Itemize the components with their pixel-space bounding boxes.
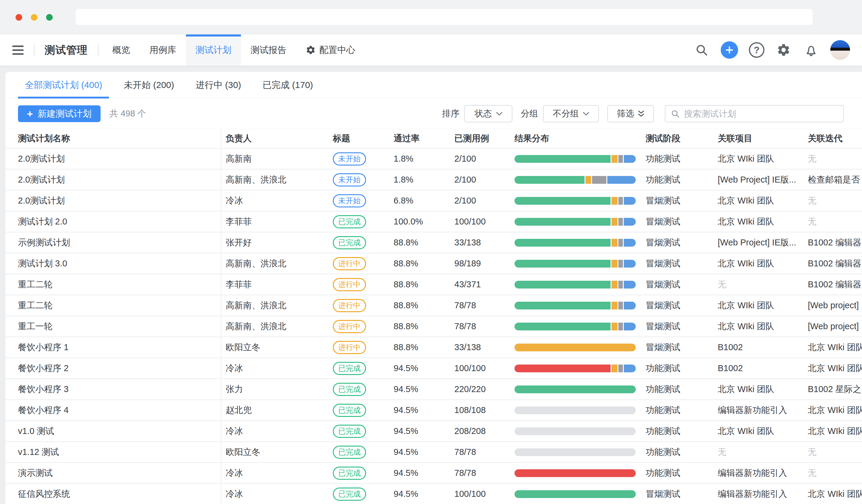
toolbar: + 新建测试计划 共 498 个 排序 状态 分组 不分组 筛选	[5, 99, 862, 129]
filter-button[interactable]: 筛选	[607, 105, 654, 122]
result-distribution-bar	[514, 281, 636, 289]
help-icon[interactable]: ?	[749, 42, 765, 58]
hamburger-menu-icon[interactable]	[12, 43, 25, 56]
test-phase: 功能测试	[645, 379, 718, 399]
search-icon	[671, 109, 680, 118]
table-row[interactable]: v1.12 测试 欧阳立冬 已完成 94.5% 78/78 功能测试 无 无	[5, 442, 862, 463]
table-row[interactable]: 2.0测试计划 冷冰 未开始 6.8% 2/100 冒烟测试 北京 WIki 团…	[5, 191, 862, 212]
table-row[interactable]: 重工一轮 高新南、洪浪北 进行中 88.8% 78/78 冒烟测试 北京 WIk…	[5, 316, 862, 337]
plan-owner: 高新南、洪浪北	[222, 170, 333, 190]
nav-item-1[interactable]: 用例库	[140, 35, 186, 66]
table-row[interactable]: 餐饮小程序 2 冷冰 已完成 94.5% 100/100 功能测试 B1002 …	[5, 358, 862, 379]
result-distribution-bar	[514, 490, 636, 498]
bar-segment-blue	[624, 302, 636, 309]
linked-iteration: B1002 编辑器	[808, 233, 862, 253]
pass-rate: 94.5%	[394, 379, 454, 399]
gear-icon	[305, 45, 316, 55]
content-card: 全部测试计划 (400)未开始 (200)进行中 (30)已完成 (170) +…	[5, 72, 862, 504]
tab-1[interactable]: 未开始 (200)	[117, 72, 181, 98]
bar-segment-green	[514, 197, 611, 205]
tab-3[interactable]: 已完成 (170)	[256, 72, 319, 98]
status-badge: 未开始	[333, 194, 366, 208]
plan-name: 餐饮小程序 1	[5, 337, 222, 357]
nav-item-3[interactable]: 测试报告	[241, 35, 296, 66]
search-icon[interactable]	[693, 42, 710, 58]
tested-cases: 43/371	[454, 275, 512, 294]
linked-project: 编辑器新功能引入	[718, 484, 808, 504]
bar-segment-yellow	[612, 239, 617, 247]
test-phase: 功能测试	[645, 442, 718, 462]
new-test-plan-button[interactable]: + 新建测试计划	[18, 105, 101, 122]
table-row[interactable]: 测试计划 3.0 高新南、洪浪北 进行中 88.8% 98/189 冒烟测试 北…	[5, 253, 862, 275]
bar-segment-green	[514, 281, 611, 289]
linked-project: 北京 WIki 团队	[718, 253, 808, 274]
table-row[interactable]: 示例测试计划 张开好 已完成 88.8% 33/138 冒烟测试 [Web Pr…	[5, 233, 862, 253]
close-window-button[interactable]	[16, 14, 22, 21]
bar-segment-green	[514, 218, 611, 226]
nav-item-0[interactable]: 概览	[103, 35, 140, 66]
test-phase: 冒烟测试	[645, 233, 718, 253]
plan-name: 重工二轮	[5, 275, 222, 294]
pass-rate: 94.5%	[394, 421, 454, 441]
table-row[interactable]: 重工二轮 李菲菲 进行中 88.8% 43/371 冒烟测试 无 B1002 编…	[5, 275, 862, 295]
bar-segment-green	[514, 385, 636, 393]
result-distribution-bar	[514, 448, 636, 456]
pass-rate: 94.5%	[394, 442, 454, 462]
bar-segment-green	[514, 260, 611, 268]
minimize-window-button[interactable]	[31, 14, 37, 21]
bar-segment-green	[514, 490, 636, 498]
tested-cases: 100/100	[454, 484, 512, 504]
bar-segment-gray	[618, 239, 623, 247]
bar-segment-yellow	[514, 344, 636, 352]
table-row[interactable]: 餐饮小程序 3 张力 已完成 94.5% 220/220 功能测试 北京 WIk…	[5, 379, 862, 400]
plan-name: 餐饮小程序 4	[5, 400, 222, 420]
result-distribution-bar	[514, 197, 636, 205]
tested-cases: 208/208	[454, 421, 512, 441]
tested-cases: 108/108	[454, 400, 512, 420]
table-row[interactable]: 演示测试 冷冰 已完成 94.5% 78/78 功能测试 编辑器新功能引入 无	[5, 463, 862, 484]
plan-owner: 冷冰	[222, 484, 333, 504]
window-controls	[16, 14, 53, 21]
search-input[interactable]	[684, 109, 838, 119]
plan-name: 重工一轮	[5, 316, 222, 336]
result-distribution-bar	[514, 239, 636, 247]
table-row[interactable]: 餐饮小程序 4 赵北兜 已完成 94.5% 108/108 功能测试 编辑器新功…	[5, 400, 862, 421]
table-row[interactable]: 测试计划 2.0 李菲菲 已完成 100.0% 100/100 冒烟测试 北京 …	[5, 212, 862, 233]
pass-rate: 88.8%	[394, 316, 454, 336]
table-row[interactable]: 重工二轮 高新南、洪浪北 进行中 88.8% 78/78 冒烟测试 北京 WIk…	[5, 295, 862, 316]
linked-iteration: 北京 WIki 团队	[808, 421, 862, 441]
plan-name: 2.0测试计划	[5, 170, 222, 190]
plan-name: 示例测试计划	[5, 233, 222, 253]
address-bar-input[interactable]	[76, 9, 813, 25]
group-select[interactable]: 不分组	[543, 105, 599, 122]
tab-2[interactable]: 进行中 (30)	[189, 72, 248, 98]
linked-project: 北京 WIki 团队	[718, 149, 808, 169]
tested-cases: 98/189	[454, 253, 512, 274]
table-row[interactable]: 2.0测试计划 高新南 未开始 1.8% 2/100 功能测试 北京 WIki …	[5, 149, 862, 170]
bar-segment-blue	[624, 218, 636, 226]
nav-item-label: 用例库	[149, 44, 176, 56]
bar-segment-blue	[624, 197, 636, 205]
table-row[interactable]: 征信风控系统 冷冰 已完成 94.5% 100/100 冒烟测试 编辑器新功能引…	[5, 484, 862, 504]
bar-segment-green	[514, 155, 611, 163]
create-new-button[interactable]	[721, 41, 738, 59]
table-row[interactable]: 餐饮小程序 1 欧阳立冬 进行中 88.8% 33/138 冒烟测试 B1002…	[5, 337, 862, 358]
tab-0[interactable]: 全部测试计划 (400)	[18, 72, 109, 98]
column-header-6: 测试阶段	[645, 129, 718, 148]
nav-item-2[interactable]: 测试计划	[186, 35, 241, 66]
sort-select[interactable]: 状态	[464, 105, 512, 122]
user-avatar[interactable]	[830, 40, 850, 60]
bell-icon[interactable]	[803, 42, 820, 58]
result-distribution-bar	[514, 385, 636, 393]
plus-icon: +	[27, 109, 33, 119]
nav-item-4[interactable]: 配置中心	[296, 35, 365, 66]
plan-name: 重工二轮	[5, 295, 222, 316]
status-badge: 已完成	[333, 446, 366, 459]
table-row[interactable]: 2.0测试计划 高新南、洪浪北 未开始 1.8% 2/100 功能测试 [Web…	[5, 170, 862, 191]
table-row[interactable]: v1.0 测试 冷冰 已完成 94.5% 208/208 功能测试 北京 WIk…	[5, 421, 862, 442]
maximize-window-button[interactable]	[46, 14, 53, 21]
plan-owner: 欧阳立冬	[222, 442, 333, 462]
app-navbar: 测试管理 概览用例库测试计划测试报告 配置中心 ?	[0, 35, 862, 66]
gear-icon[interactable]	[775, 42, 792, 58]
linked-iteration: 无	[808, 442, 862, 462]
